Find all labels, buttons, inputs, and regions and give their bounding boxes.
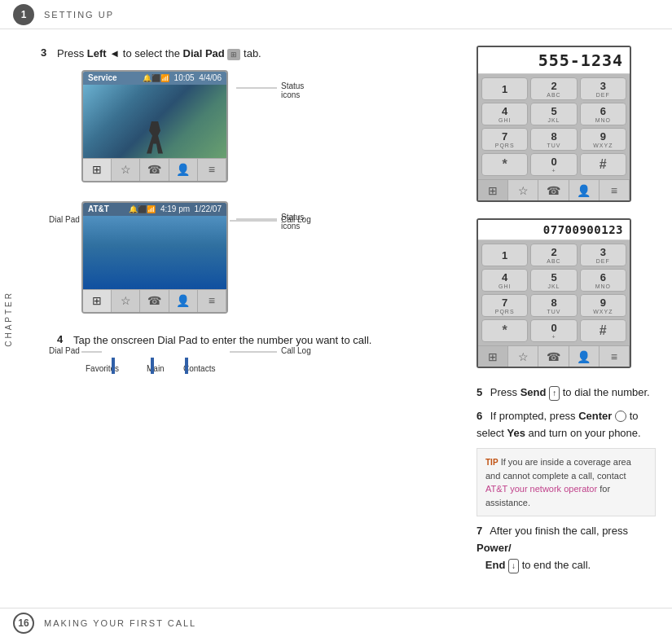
status-icons-label-1: Statusicons	[281, 81, 304, 99]
phone-1-image	[83, 85, 226, 158]
key-5[interactable]: 5JKL	[530, 103, 577, 125]
send-bold: Send	[520, 386, 547, 398]
key-2[interactable]: 2ABC	[530, 77, 577, 100]
dialpad-2-grid: 1 2ABC 3DEF 4GHI 5JKL 6MNO 7PQRS 8TUV 9W…	[478, 240, 630, 345]
phone-2-status-bar: AT&T 🔔⬛📶 4:19 pm 1/22/07	[83, 203, 226, 216]
tab-contacts-2[interactable]: 👤	[169, 290, 198, 312]
favorites-label-2: Favorites	[86, 364, 119, 373]
dialpad-2: 07700900123 1 2ABC 3DEF 4GHI 5JKL 6MNO 7…	[477, 218, 631, 368]
key-4[interactable]: 4GHI	[481, 103, 528, 125]
key-8[interactable]: 8TUV	[530, 128, 577, 151]
center-bold: Center	[578, 410, 612, 422]
dp2-tab-contacts[interactable]: 👤	[569, 346, 600, 367]
step-4-text: Tap the onscreen Dial Pad to enter the n…	[73, 332, 460, 349]
status-icons-label-2: Statusicons	[281, 213, 304, 231]
key-star[interactable]: *	[481, 153, 528, 176]
key-7[interactable]: 7PQRS	[481, 128, 528, 151]
send-icon: ↑	[549, 386, 560, 401]
dp2-tab-dialpad[interactable]: ⊞	[478, 346, 508, 367]
dialpad-bold: Dial Pad	[183, 47, 225, 59]
step-7: 7 After you finish the call, press Power…	[477, 523, 656, 573]
left-column: 3 Press Left ◄ to select the Dial Pad ⊞ …	[41, 46, 477, 600]
step-7-num: 7	[477, 525, 482, 537]
chapter-sidebar: CHAPTER	[0, 29, 16, 608]
tab-phone[interactable]: ☎	[140, 159, 169, 181]
step-6: 6 If prompted, press Center to select Ye…	[477, 408, 656, 442]
step-3-text: Press Left ◄ to select the Dial Pad ⊞ ta…	[57, 46, 460, 62]
dp2-tab-log[interactable]: ≡	[600, 346, 630, 367]
tab-dialpad-2[interactable]: ⊞	[83, 290, 112, 312]
tab-phone-2[interactable]: ☎	[140, 290, 169, 312]
dp1-tab-log[interactable]: ≡	[600, 180, 630, 200]
dialpad-1-display: 555-1234	[478, 47, 630, 74]
dp2-key-2[interactable]: 2ABC	[530, 244, 577, 266]
tab-favorites-2[interactable]: ☆	[112, 290, 140, 312]
right-steps: 5 Press Send ↑ to dial the number. 6 If …	[477, 384, 656, 581]
yes-bold: Yes	[507, 427, 525, 439]
main-label-2: Main	[147, 364, 165, 373]
key-hash[interactable]: #	[580, 153, 626, 176]
dp2-tab-fav[interactable]: ☆	[508, 346, 538, 367]
dp2-key-3[interactable]: 3DEF	[580, 244, 626, 266]
tip-link[interactable]: AT&T your network operator	[485, 484, 597, 494]
dp1-tab-dialpad[interactable]: ⊞	[478, 180, 508, 200]
step-3-content: Press Left ◄ to select the Dial Pad ⊞ ta…	[57, 46, 460, 364]
key-0[interactable]: 0+	[530, 153, 577, 176]
key-9[interactable]: 9WXYZ	[580, 128, 626, 151]
dp1-tab-fav[interactable]: ☆	[508, 180, 538, 200]
dialpad-label-2: Dial Pad	[49, 346, 80, 355]
phone-2-tabs: ⊞ ☆ ☎ 👤 ≡	[83, 289, 226, 312]
dp2-key-1[interactable]: 1	[481, 244, 528, 266]
key-1[interactable]: 1	[481, 77, 528, 100]
end-bold: End	[485, 559, 506, 571]
dp2-key-9[interactable]: 9WXYZ	[580, 294, 626, 317]
tip-label: TIP	[485, 458, 499, 467]
tab-calllog[interactable]: ≡	[198, 159, 226, 181]
dialpad-1: 555-1234 1 2ABC 3DEF 4GHI 5JKL 6MNO 7PQR…	[477, 46, 631, 202]
tab-contacts[interactable]: 👤	[169, 159, 198, 181]
silhouette	[147, 121, 163, 154]
dp2-key-hash[interactable]: #	[580, 319, 626, 342]
step-3-num: 3	[41, 46, 57, 364]
phone-2-diagram: AT&T 🔔⬛📶 4:19 pm 1/22/07 ⊞ ☆ ☎	[57, 201, 460, 316]
dp2-key-8[interactable]: 8TUV	[530, 294, 577, 317]
dp1-tab-contacts[interactable]: 👤	[569, 180, 600, 200]
power-bold: Power/	[477, 542, 512, 554]
dp2-key-4[interactable]: 4GHI	[481, 269, 528, 292]
dp1-tab-phone[interactable]: ☎	[538, 180, 569, 200]
dialpad-1-bottom-tabs: ⊞ ☆ ☎ 👤 ≡	[478, 179, 630, 200]
tab-dialpad[interactable]: ⊞	[83, 159, 112, 181]
dialpad-2-bottom-tabs: ⊞ ☆ ☎ 👤 ≡	[478, 345, 630, 367]
chapter-number: 1	[13, 4, 34, 25]
dp2-key-0[interactable]: 0+	[530, 319, 577, 342]
left-bold: Left	[87, 47, 107, 59]
step-3: 3 Press Left ◄ to select the Dial Pad ⊞ …	[41, 46, 460, 364]
phone-2-image	[83, 216, 226, 289]
setting-up-label: SETTING UP	[44, 10, 114, 20]
dp2-key-star[interactable]: *	[481, 319, 528, 342]
phone-2-screen: AT&T 🔔⬛📶 4:19 pm 1/22/07 ⊞ ☆ ☎	[81, 201, 228, 314]
dp2-key-7[interactable]: 7PQRS	[481, 294, 528, 317]
page-number: 16	[13, 613, 34, 634]
step-5-num: 5	[477, 386, 482, 398]
center-icon	[615, 411, 626, 422]
phone-2-time: 🔔⬛📶 4:19 pm 1/22/07	[129, 204, 222, 213]
dp2-tab-phone[interactable]: ☎	[538, 346, 569, 367]
key-3[interactable]: 3DEF	[580, 77, 626, 100]
phone-2-carrier: AT&T	[88, 204, 109, 213]
tab-favorites[interactable]: ☆	[112, 159, 140, 181]
bottom-label: MAKING YOUR FIRST CALL	[44, 618, 196, 628]
end-icon: ↓	[508, 559, 519, 573]
key-6[interactable]: 6MNO	[580, 103, 626, 125]
dp2-key-5[interactable]: 5JKL	[530, 269, 577, 292]
chapter-label: CHAPTER	[4, 291, 13, 347]
phone-1-diagram: Service 🔔⬛📶 10:05 4/4/06 ⊞	[57, 70, 460, 185]
top-bar: 1 SETTING UP	[0, 0, 672, 29]
dp2-key-6[interactable]: 6MNO	[580, 269, 626, 292]
main-content: 3 Press Left ◄ to select the Dial Pad ⊞ …	[16, 29, 672, 608]
dialpad-1-grid: 1 2ABC 3DEF 4GHI 5JKL 6MNO 7PQRS 8TUV 9W…	[478, 74, 630, 179]
right-column: 555-1234 1 2ABC 3DEF 4GHI 5JKL 6MNO 7PQR…	[477, 46, 656, 600]
contacts-label-2: Contacts	[183, 364, 215, 373]
tab-calllog-2[interactable]: ≡	[198, 290, 226, 312]
dialpad-2-display: 07700900123	[478, 220, 630, 240]
